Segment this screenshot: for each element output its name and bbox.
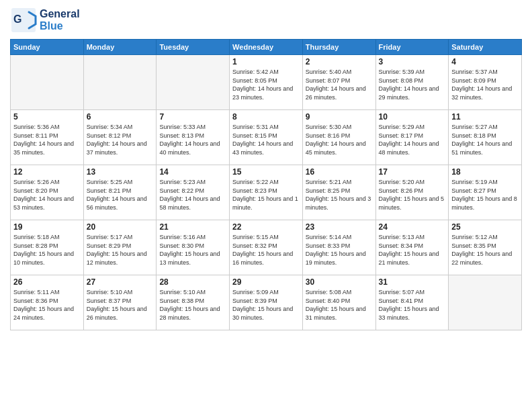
calendar-cell: 30 Sunrise: 5:08 AM Sunset: 8:40 PM Dayl…: [302, 275, 375, 330]
day-number: 13: [87, 167, 154, 177]
day-daylight: Daylight: 14 hours and 56 minutes.: [87, 195, 154, 212]
calendar-cell: 17 Sunrise: 5:20 AM Sunset: 8:26 PM Dayl…: [375, 165, 449, 220]
day-sunrise: Sunrise: 5:37 AM: [451, 68, 519, 77]
calendar-cell: 16 Sunrise: 5:21 AM Sunset: 8:25 PM Dayl…: [302, 165, 375, 220]
day-sunrise: Sunrise: 5:42 AM: [232, 68, 300, 77]
calendar-cell: 1 Sunrise: 5:42 AM Sunset: 8:05 PM Dayli…: [230, 55, 303, 110]
calendar-cell: [157, 55, 230, 110]
day-sunrise: Sunrise: 5:10 AM: [159, 288, 226, 297]
day-number: 3: [379, 57, 446, 66]
day-sunset: Sunset: 8:11 PM: [13, 132, 81, 140]
day-number: 9: [306, 112, 373, 122]
day-number: 12: [13, 167, 81, 177]
day-number: 30: [306, 277, 373, 287]
day-sunrise: Sunrise: 5:20 AM: [379, 178, 446, 187]
day-daylight: Daylight: 15 hours and 30 minutes.: [232, 305, 300, 322]
day-number: 18: [451, 167, 519, 177]
day-daylight: Daylight: 15 hours and 10 minutes.: [13, 250, 81, 267]
calendar-cell: 22 Sunrise: 5:15 AM Sunset: 8:32 PM Dayl…: [230, 220, 303, 275]
day-sunrise: Sunrise: 5:39 AM: [379, 68, 446, 77]
day-daylight: Daylight: 15 hours and 21 minutes.: [379, 250, 446, 267]
day-daylight: Daylight: 15 hours and 31 minutes.: [306, 305, 373, 322]
day-sunset: Sunset: 8:39 PM: [232, 297, 300, 306]
day-number: 10: [379, 112, 446, 122]
day-number: 22: [232, 222, 300, 232]
calendar-cell: 4 Sunrise: 5:37 AM Sunset: 8:09 PM Dayli…: [449, 55, 522, 110]
weekday-header-row: SundayMondayTuesdayWednesdayThursdayFrid…: [11, 40, 522, 55]
day-sunrise: Sunrise: 5:23 AM: [159, 178, 226, 187]
calendar-cell: 6 Sunrise: 5:34 AM Sunset: 8:12 PM Dayli…: [83, 110, 157, 165]
calendar-cell: 27 Sunrise: 5:10 AM Sunset: 8:37 PM Dayl…: [83, 275, 157, 330]
day-sunrise: Sunrise: 5:30 AM: [306, 123, 373, 132]
day-sunrise: Sunrise: 5:08 AM: [306, 288, 373, 297]
day-daylight: Daylight: 15 hours and 26 minutes.: [87, 305, 154, 322]
calendar-cell: 5 Sunrise: 5:36 AM Sunset: 8:11 PM Dayli…: [11, 110, 84, 165]
calendar-cell: 10 Sunrise: 5:29 AM Sunset: 8:17 PM Dayl…: [375, 110, 449, 165]
day-sunset: Sunset: 8:21 PM: [87, 187, 154, 195]
day-sunrise: Sunrise: 5:15 AM: [232, 233, 300, 242]
calendar-cell: [11, 55, 84, 110]
calendar-cell: [83, 55, 157, 110]
day-number: 21: [159, 222, 226, 232]
day-sunrise: Sunrise: 5:34 AM: [87, 123, 154, 132]
day-number: 27: [87, 277, 154, 287]
week-row-2: 5 Sunrise: 5:36 AM Sunset: 8:11 PM Dayli…: [11, 110, 522, 165]
day-sunset: Sunset: 8:41 PM: [379, 297, 446, 306]
day-sunset: Sunset: 8:34 PM: [379, 242, 446, 250]
day-daylight: Daylight: 14 hours and 48 minutes.: [379, 140, 446, 156]
weekday-monday: Monday: [83, 40, 157, 55]
svg-text:G: G: [13, 13, 21, 25]
day-number: 28: [159, 277, 226, 287]
calendar-cell: 23 Sunrise: 5:14 AM Sunset: 8:33 PM Dayl…: [302, 220, 375, 275]
calendar-cell: 11 Sunrise: 5:27 AM Sunset: 8:18 PM Dayl…: [449, 110, 522, 165]
day-number: 8: [232, 112, 300, 122]
day-number: 23: [306, 222, 373, 232]
day-number: 19: [13, 222, 81, 232]
weekday-wednesday: Wednesday: [230, 40, 303, 55]
day-sunset: Sunset: 8:36 PM: [13, 297, 81, 306]
week-row-5: 26 Sunrise: 5:11 AM Sunset: 8:36 PM Dayl…: [11, 275, 522, 330]
day-sunrise: Sunrise: 5:18 AM: [13, 233, 81, 242]
day-sunrise: Sunrise: 5:10 AM: [87, 288, 154, 297]
day-sunrise: Sunrise: 5:26 AM: [13, 178, 81, 187]
day-number: 14: [159, 167, 226, 177]
day-sunrise: Sunrise: 5:16 AM: [159, 233, 226, 242]
day-sunset: Sunset: 8:16 PM: [306, 132, 373, 140]
day-daylight: Daylight: 15 hours and 28 minutes.: [159, 305, 226, 322]
day-daylight: Daylight: 15 hours and 1 minute.: [232, 195, 300, 212]
day-sunrise: Sunrise: 5:25 AM: [87, 178, 154, 187]
day-sunset: Sunset: 8:20 PM: [13, 187, 81, 195]
weekday-saturday: Saturday: [449, 40, 522, 55]
day-sunset: Sunset: 8:22 PM: [159, 187, 226, 195]
calendar-cell: 15 Sunrise: 5:22 AM Sunset: 8:23 PM Dayl…: [230, 165, 303, 220]
day-daylight: Daylight: 15 hours and 19 minutes.: [306, 250, 373, 267]
day-daylight: Daylight: 14 hours and 43 minutes.: [232, 140, 300, 156]
day-number: 5: [13, 112, 81, 122]
day-number: 6: [87, 112, 154, 122]
day-number: 7: [159, 112, 226, 122]
calendar-cell: 7 Sunrise: 5:33 AM Sunset: 8:13 PM Dayli…: [157, 110, 230, 165]
day-sunrise: Sunrise: 5:31 AM: [232, 123, 300, 132]
logo-blue: Blue: [40, 20, 63, 32]
calendar-page: G General Blue SundayMondayTuesdayWednes…: [0, 0, 532, 411]
day-sunrise: Sunrise: 5:09 AM: [232, 288, 300, 297]
day-sunrise: Sunrise: 5:13 AM: [379, 233, 446, 242]
calendar-cell: 26 Sunrise: 5:11 AM Sunset: 8:36 PM Dayl…: [11, 275, 84, 330]
day-daylight: Daylight: 15 hours and 22 minutes.: [451, 250, 519, 267]
day-daylight: Daylight: 15 hours and 5 minutes.: [379, 195, 446, 212]
calendar-cell: 20 Sunrise: 5:17 AM Sunset: 8:29 PM Dayl…: [83, 220, 157, 275]
weekday-friday: Friday: [375, 40, 449, 55]
day-daylight: Daylight: 14 hours and 40 minutes.: [159, 140, 226, 156]
day-daylight: Daylight: 14 hours and 26 minutes.: [306, 85, 373, 101]
calendar-cell: 14 Sunrise: 5:23 AM Sunset: 8:22 PM Dayl…: [157, 165, 230, 220]
day-daylight: Daylight: 14 hours and 51 minutes.: [451, 140, 519, 156]
day-sunset: Sunset: 8:29 PM: [87, 242, 154, 250]
calendar-cell: 28 Sunrise: 5:10 AM Sunset: 8:38 PM Dayl…: [157, 275, 230, 330]
day-sunset: Sunset: 8:30 PM: [159, 242, 226, 250]
day-sunset: Sunset: 8:23 PM: [232, 187, 300, 195]
day-sunset: Sunset: 8:25 PM: [306, 187, 373, 195]
day-sunset: Sunset: 8:13 PM: [159, 132, 226, 140]
logo: G General Blue: [10, 7, 80, 34]
day-number: 29: [232, 277, 300, 287]
day-daylight: Daylight: 14 hours and 29 minutes.: [379, 85, 446, 101]
